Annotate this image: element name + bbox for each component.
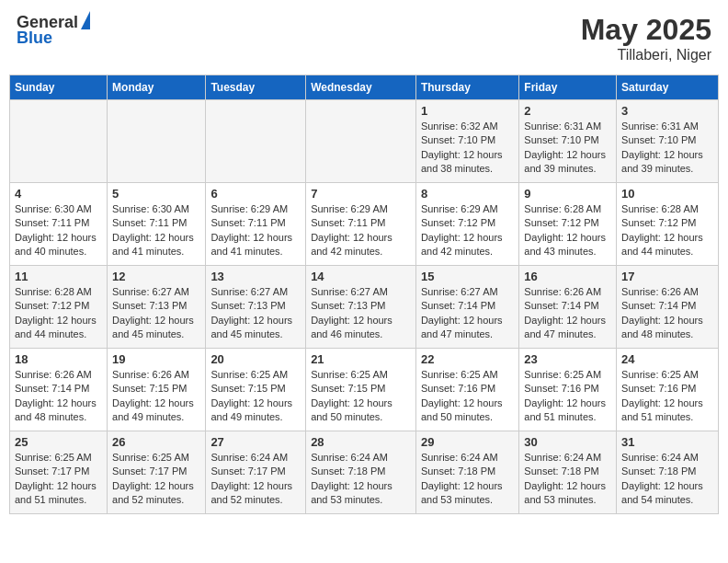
calendar-cell [306,100,416,183]
week-row: 18Sunrise: 6:26 AM Sunset: 7:14 PM Dayli… [10,349,719,431]
day-info: Sunrise: 6:25 AM Sunset: 7:16 PM Dayligh… [421,368,514,425]
day-header-wednesday: Wednesday [306,75,416,100]
day-number: 4 [15,187,102,201]
day-info: Sunrise: 6:32 AM Sunset: 7:10 PM Dayligh… [421,120,514,177]
day-header-monday: Monday [108,75,206,100]
day-info: Sunrise: 6:28 AM Sunset: 7:12 PM Dayligh… [524,202,611,259]
calendar-cell: 18Sunrise: 6:26 AM Sunset: 7:14 PM Dayli… [10,349,108,431]
day-info: Sunrise: 6:24 AM Sunset: 7:17 PM Dayligh… [210,451,301,508]
day-header-thursday: Thursday [415,75,518,100]
calendar-cell: 7Sunrise: 6:29 AM Sunset: 7:11 PM Daylig… [306,183,416,266]
day-number: 9 [524,187,611,201]
logo-triangle-icon [81,11,90,29]
day-number: 12 [112,270,200,283]
day-number: 14 [311,270,411,283]
day-number: 6 [210,187,301,201]
day-number: 25 [15,435,102,449]
calendar-cell: 25Sunrise: 6:25 AM Sunset: 7:17 PM Dayli… [10,431,108,514]
day-number: 28 [311,435,411,449]
calendar-cell: 17Sunrise: 6:26 AM Sunset: 7:14 PM Dayli… [617,266,719,349]
day-number: 18 [15,352,102,366]
calendar-cell: 11Sunrise: 6:28 AM Sunset: 7:12 PM Dayli… [10,266,108,349]
day-info: Sunrise: 6:30 AM Sunset: 7:11 PM Dayligh… [15,202,102,259]
day-number: 23 [524,352,611,366]
logo: General Blue [17,13,90,48]
calendar-table: SundayMondayTuesdayWednesdayThursdayFrid… [9,75,719,514]
day-info: Sunrise: 6:24 AM Sunset: 7:18 PM Dayligh… [421,451,514,508]
calendar-cell: 30Sunrise: 6:24 AM Sunset: 7:18 PM Dayli… [519,431,617,514]
calendar-cell: 22Sunrise: 6:25 AM Sunset: 7:16 PM Dayli… [415,349,518,431]
day-info: Sunrise: 6:25 AM Sunset: 7:15 PM Dayligh… [210,368,301,425]
day-info: Sunrise: 6:31 AM Sunset: 7:10 PM Dayligh… [621,120,713,177]
calendar-cell: 6Sunrise: 6:29 AM Sunset: 7:11 PM Daylig… [206,183,306,266]
day-info: Sunrise: 6:26 AM Sunset: 7:14 PM Dayligh… [15,368,102,425]
day-info: Sunrise: 6:26 AM Sunset: 7:15 PM Dayligh… [112,368,200,425]
day-number: 21 [311,352,411,366]
day-number: 31 [621,435,713,449]
day-info: Sunrise: 6:30 AM Sunset: 7:11 PM Dayligh… [112,202,200,259]
day-number: 10 [621,187,713,201]
calendar-cell [108,100,206,183]
calendar-cell: 31Sunrise: 6:24 AM Sunset: 7:18 PM Dayli… [617,431,719,514]
calendar-cell [10,100,108,183]
day-info: Sunrise: 6:27 AM Sunset: 7:13 PM Dayligh… [210,285,301,342]
day-number: 30 [524,435,611,449]
day-number: 2 [524,104,611,118]
day-info: Sunrise: 6:27 AM Sunset: 7:14 PM Dayligh… [421,285,514,342]
calendar-cell: 12Sunrise: 6:27 AM Sunset: 7:13 PM Dayli… [108,266,206,349]
calendar-cell: 28Sunrise: 6:24 AM Sunset: 7:18 PM Dayli… [306,431,416,514]
week-row: 11Sunrise: 6:28 AM Sunset: 7:12 PM Dayli… [10,266,719,349]
calendar-cell: 27Sunrise: 6:24 AM Sunset: 7:17 PM Dayli… [206,431,306,514]
day-number: 20 [210,352,301,366]
day-number: 16 [524,270,611,283]
calendar-cell: 5Sunrise: 6:30 AM Sunset: 7:11 PM Daylig… [108,183,206,266]
day-info: Sunrise: 6:27 AM Sunset: 7:13 PM Dayligh… [112,285,200,342]
calendar-cell: 4Sunrise: 6:30 AM Sunset: 7:11 PM Daylig… [10,183,108,266]
calendar-header: SundayMondayTuesdayWednesdayThursdayFrid… [10,75,719,100]
day-number: 3 [621,104,713,118]
day-number: 19 [112,352,200,366]
calendar-cell: 23Sunrise: 6:25 AM Sunset: 7:16 PM Dayli… [519,349,617,431]
title-area: May 2025 Tillaberi, Niger [581,13,711,63]
day-info: Sunrise: 6:29 AM Sunset: 7:12 PM Dayligh… [421,202,514,259]
day-header-sunday: Sunday [10,75,108,100]
calendar-cell: 2Sunrise: 6:31 AM Sunset: 7:10 PM Daylig… [519,100,617,183]
day-number: 8 [421,187,514,201]
day-info: Sunrise: 6:25 AM Sunset: 7:17 PM Dayligh… [15,451,102,508]
day-number: 11 [15,270,102,283]
day-number: 17 [621,270,713,283]
day-number: 22 [421,352,514,366]
day-info: Sunrise: 6:28 AM Sunset: 7:12 PM Dayligh… [15,285,102,342]
calendar-cell: 15Sunrise: 6:27 AM Sunset: 7:14 PM Dayli… [415,266,518,349]
day-number: 24 [621,352,713,366]
day-number: 5 [112,187,200,201]
day-info: Sunrise: 6:25 AM Sunset: 7:15 PM Dayligh… [311,368,411,425]
day-number: 29 [421,435,514,449]
calendar-cell: 13Sunrise: 6:27 AM Sunset: 7:13 PM Dayli… [206,266,306,349]
header-row: SundayMondayTuesdayWednesdayThursdayFrid… [10,75,719,100]
logo-blue-text: Blue [17,29,52,48]
day-number: 13 [210,270,301,283]
day-info: Sunrise: 6:27 AM Sunset: 7:13 PM Dayligh… [311,285,411,342]
week-row: 25Sunrise: 6:25 AM Sunset: 7:17 PM Dayli… [10,431,719,514]
calendar-cell: 1Sunrise: 6:32 AM Sunset: 7:10 PM Daylig… [415,100,518,183]
day-number: 26 [112,435,200,449]
calendar-cell: 8Sunrise: 6:29 AM Sunset: 7:12 PM Daylig… [415,183,518,266]
day-info: Sunrise: 6:25 AM Sunset: 7:16 PM Dayligh… [524,368,611,425]
calendar-title: May 2025 [581,13,711,47]
week-row: 4Sunrise: 6:30 AM Sunset: 7:11 PM Daylig… [10,183,719,266]
day-info: Sunrise: 6:24 AM Sunset: 7:18 PM Dayligh… [524,451,611,508]
page-header: General Blue May 2025 Tillaberi, Niger [9,9,719,67]
calendar-cell: 26Sunrise: 6:25 AM Sunset: 7:17 PM Dayli… [108,431,206,514]
calendar-cell: 24Sunrise: 6:25 AM Sunset: 7:16 PM Dayli… [617,349,719,431]
day-info: Sunrise: 6:25 AM Sunset: 7:17 PM Dayligh… [112,451,200,508]
calendar-cell: 3Sunrise: 6:31 AM Sunset: 7:10 PM Daylig… [617,100,719,183]
logo-content: General Blue [17,13,90,48]
day-info: Sunrise: 6:29 AM Sunset: 7:11 PM Dayligh… [311,202,411,259]
day-number: 15 [421,270,514,283]
day-number: 7 [311,187,411,201]
day-number: 27 [210,435,301,449]
calendar-subtitle: Tillaberi, Niger [581,47,711,63]
calendar-body: 1Sunrise: 6:32 AM Sunset: 7:10 PM Daylig… [10,100,719,514]
calendar-cell: 19Sunrise: 6:26 AM Sunset: 7:15 PM Dayli… [108,349,206,431]
